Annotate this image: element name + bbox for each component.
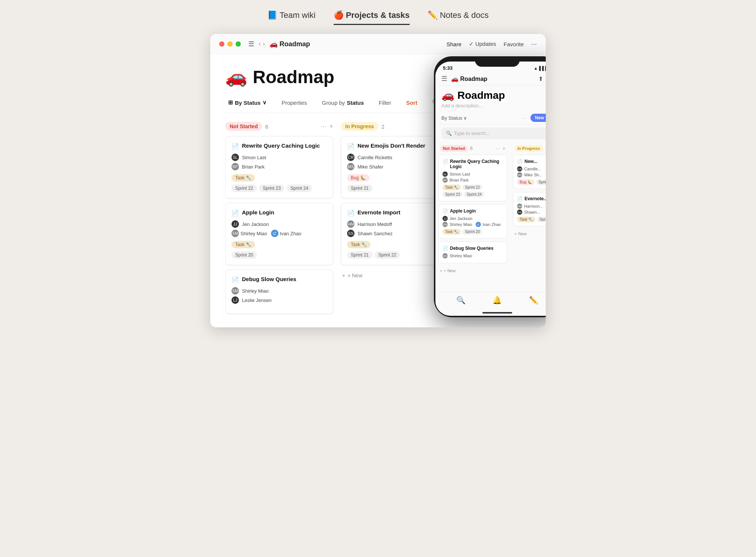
phone-nav-actions: ⬆ ··· [538,75,546,82]
sort-button[interactable]: Sort [403,98,420,107]
card-title-text: Apple Login [242,209,274,215]
nav-projects-tasks[interactable]: 🍎 Projects & tasks [334,10,410,25]
avatar-hm: HM [347,220,355,228]
forward-button[interactable]: › [263,41,265,47]
wifi-icon: ▲ [534,66,538,70]
phone-plus-icon2: + [514,232,517,236]
phone-sprint: Sprint 20 [462,229,482,235]
hamburger-icon[interactable]: ☰ [248,40,254,48]
card-apple-login: 📄 Apple Login JJ Jen Jackson SM Shirley … [225,203,333,265]
phone-tag-task: Task 🔧 [442,229,461,235]
minimize-button[interactable] [227,41,233,47]
add-new-label: + New [347,273,362,278]
filter-button[interactable]: Filter [376,98,394,107]
phone-card-tags: Bug 🐛 Sprint 21 [517,179,546,185]
phone-sprint: Sprint 23 [442,192,463,197]
more-menu-button[interactable]: ··· [531,40,537,48]
card-rewrite-query: 📄 Rewrite Query Caching Logic SL Simon L… [225,136,333,198]
phone-nav-title: 🚗 Roadmap [451,75,535,82]
not-started-badge: Not Started [225,122,262,131]
member-name: Camille Ricketts [357,155,392,160]
column-add-icon[interactable]: + [329,123,333,130]
phone-card-title-text: New... [525,159,537,164]
phone-bell-icon[interactable]: 🔔 [492,296,502,305]
close-button[interactable] [219,41,224,47]
phone-share-icon[interactable]: ⬆ [538,75,543,82]
share-button[interactable]: Share [447,41,462,47]
phone-sprint: Sprint 22 [462,185,482,190]
phone-add-new-in-progress[interactable]: + New [513,229,546,238]
avatar-cr: CR [347,154,355,161]
phone-col-header-not-started: Not Started 6 ··· + [438,145,507,152]
sprint-badge: Sprint 22 [231,185,257,192]
phone-col-add-icon[interactable]: + [503,145,505,151]
phone-status-icons: ▲ ▌▌▌ ▮ [534,66,546,70]
updates-button[interactable]: ✓ Updates [469,41,496,47]
member-shawn: SS Shawn Sanchez [347,230,442,237]
maximize-button[interactable] [236,41,241,47]
add-new-button[interactable]: + + New [341,270,449,281]
back-button[interactable]: ‹ [259,41,261,47]
nav-team-wiki[interactable]: 📘 Team wiki [267,10,315,25]
phone-col-header-in-progress: In Progress [513,145,546,152]
tag-task: Task 🔧 [347,241,371,248]
group-by-label: Group by [322,100,345,106]
member-name: Mike Shafer [357,164,383,170]
member-name: Leslie Jensen [242,298,272,303]
phone-avatar-sm: SM [442,222,448,227]
phone-avatar-sm2: SM [442,253,448,258]
phone-member-shirley2: SM Shirley Miao [442,253,503,258]
phone-search-bottom-icon[interactable]: 🔍 [456,296,466,305]
phone-card-new-emojis: 📄 New... CR Camille... MS Mike Sh... [513,155,546,189]
phone-avatar-jj: JJ [442,216,448,221]
properties-button[interactable]: Properties [278,98,310,107]
phone-member-name: Harrison... [524,204,543,208]
phone-new-badge[interactable]: New ∨ [530,114,546,122]
card-sprints: Sprint 21 Sprint 22 [347,251,442,259]
phone-compose-icon[interactable]: ✏️ [529,296,538,305]
phone-card-evernote: 📄 Evernote... HM Harrison... SS Shawn... [513,192,546,226]
phone-member-name: Camille... [524,167,541,171]
phone-add-new-not-started[interactable]: + + New [438,266,507,275]
sprint-badge: Sprint 20 [231,251,257,259]
card-sprints: Sprint 22 Sprint 23 Sprint 24 [231,185,327,192]
phone-avatar-sl: SL [442,171,448,177]
phone-doc-icon: 📄 [517,196,523,201]
traffic-lights [219,41,241,47]
doc-icon: 📄 [231,276,239,283]
column-more-icon[interactable]: ··· [321,123,326,130]
phone-member-name: Shirley Miao [450,222,472,227]
main-window: ☰ ‹ › 🚗 Roadmap Share ✓ Updates Favorite… [210,34,546,327]
phone-avatar-iz: IZ [476,222,481,227]
phone-time: 5:33 [443,65,453,71]
column-header-not-started: Not Started 6 ··· + [225,122,333,131]
card-title: 📄 Apple Login [231,209,327,217]
by-status-button[interactable]: ⊞ By Status ∨ [225,98,270,107]
tag-bug: Bug 🐛 [347,174,369,182]
phone-card-rewrite: 📄 Rewrite Query Caching Logic SL Simon L… [438,155,507,201]
phone-search-bar[interactable]: 🔍 Type to search... [441,128,546,139]
member-name: Brian Park [242,164,265,170]
sprint-badge: Sprint 21 [347,251,372,259]
group-by-button[interactable]: Group by Status [319,98,367,107]
phone-by-status-button[interactable]: By Status ∨ [441,115,519,121]
column-not-started-actions: ··· + [321,123,333,130]
phone-col-in-progress: In Progress 📄 New... CR Camille... [510,145,546,292]
card-title: 📄 Evernote Import [347,209,442,217]
member-name: Shirley Miao [240,231,267,236]
nav-notes-docs[interactable]: ✏️ Notes & docs [428,10,489,25]
phone-card-title-text: Evernote... [525,196,546,201]
sprint-badge: Sprint 23 [259,185,284,192]
member-mike: MS Mike Shafer [347,163,442,170]
phone-not-started-badge: Not Started [440,145,468,152]
card-tags: Task 🔧 [231,174,327,182]
phone-bottom-nav: 🔍 🔔 ✏️ [435,292,546,312]
phone-hamburger-icon[interactable]: ☰ [441,75,447,83]
sprint-badge: Sprint 21 [347,185,372,192]
phone-dots-icon[interactable]: ··· [523,115,527,121]
not-started-count: 6 [265,123,268,130]
phone-col-more-icon[interactable]: ··· [496,145,500,151]
group-by-value: Status [347,100,364,106]
favorite-button[interactable]: Favorite [504,41,524,47]
phone-tag-bug: Bug 🐛 [517,179,535,185]
